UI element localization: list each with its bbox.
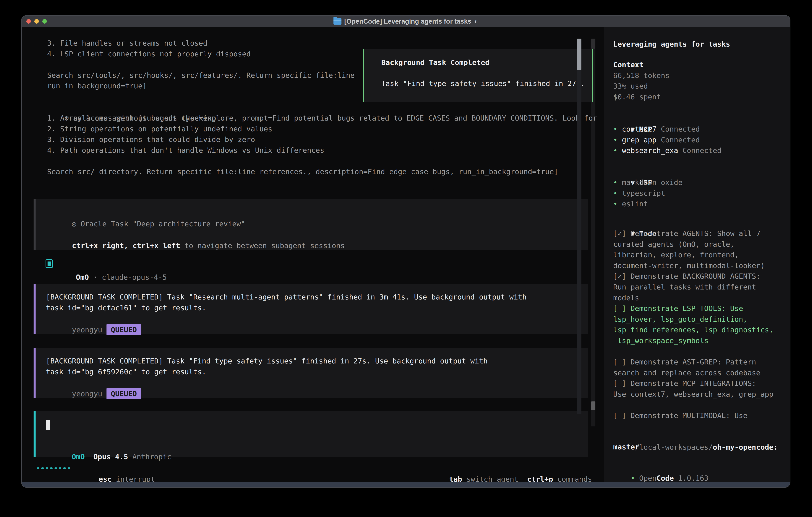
input-model-name: Opus 4.5: [93, 453, 128, 461]
spc: [617, 200, 622, 208]
status-bullet-icon: •: [613, 146, 617, 155]
bg-task-meta: yeongyuQUEUED: [46, 377, 141, 388]
spc: [617, 178, 622, 187]
background-task-block: [BACKGROUND TASK COMPLETED] Task "Find t…: [34, 348, 588, 398]
todo-line: curated agents (OmO, oracle,: [613, 239, 774, 250]
lsp-name: eslint: [622, 200, 648, 208]
hint-text: to navigate between subagent sessions: [180, 242, 345, 250]
close-window-button[interactable]: [26, 19, 31, 24]
status-bullet-icon: •: [613, 136, 617, 144]
toast-title: Background Task Completed: [381, 57, 490, 68]
working-indicator: [37, 463, 70, 474]
text-cursor: [46, 419, 50, 430]
oracle-task-panel: ◎ Oracle Task "Deep architecture review"…: [34, 199, 588, 250]
progress-dot-icon: [63, 467, 66, 469]
todo-section-header[interactable]: ▼ Todo: [613, 218, 657, 228]
terminal-line: Search src/tools/, src/hooks/, src/featu…: [47, 70, 355, 81]
main-scrollbar-thumb[interactable]: [591, 402, 596, 410]
todo-line: [✓] Demonstrate AGENTS: Show all 7: [613, 228, 774, 239]
terminal-line: [47, 156, 558, 166]
traffic-lights: [26, 19, 47, 24]
terminal-line: 3. File handles or streams not closed: [47, 38, 355, 49]
sidebar-scrollbar-thumb[interactable]: [577, 38, 581, 70]
main-scrollbar-top-block[interactable]: [591, 38, 596, 49]
progress-dot-icon: [55, 467, 57, 469]
window-bottom-edge: [22, 482, 790, 487]
terminal-line: 2. String operations on potentially unde…: [47, 124, 558, 134]
todo-line: Use context7, websearch_exa, grep_app: [613, 389, 774, 400]
todo-line: [ ] Demonstrate AST-GREP: Pattern: [613, 357, 774, 368]
lsp-section-header[interactable]: ▼ LSP: [613, 166, 652, 177]
input-model-line[interactable]: OmO Opus 4.5 Anthropic: [46, 441, 171, 452]
todo-text: search and replace across codebase: [613, 369, 760, 377]
separator-dot: ·: [89, 273, 102, 281]
background-task-block: [BACKGROUND TASK COMPLETED] Task "Resear…: [34, 284, 588, 334]
todo-line: lsp_find_references, lsp_diagnostics,: [613, 324, 774, 335]
session-title: Leveraging agents for tasks: [613, 39, 730, 50]
lsp-name: typescript: [622, 189, 665, 197]
opencode-terminal-window: [OpenCode] Leveraging agents for tasks ◐…: [21, 15, 790, 488]
sidebar-scrollbar-track[interactable]: [577, 38, 581, 414]
todo-line: Run parallel tasks with different: [613, 282, 774, 293]
oracle-title-text: Oracle Task "Deep architecture review": [76, 220, 245, 228]
mcp-item: • context7 Connected: [613, 124, 722, 135]
mcp-section-header[interactable]: ▼ MCP: [613, 113, 652, 124]
lsp-item: • markdown-oxide: [613, 177, 683, 188]
git-branch: master: [613, 442, 639, 453]
prompt-input-panel[interactable]: OmO Opus 4.5 Anthropic: [34, 411, 588, 457]
todo-line: [ ] Demonstrate MCP INTEGRATIONS:: [613, 378, 774, 389]
workspace-dir: ~/local-workspaces/: [631, 443, 713, 451]
zoom-window-button[interactable]: [42, 19, 47, 24]
todo-line: models: [613, 293, 774, 303]
status-bullet-icon: •: [613, 200, 617, 208]
agent-name: OmO: [76, 273, 89, 281]
progress-dot-icon: [46, 467, 48, 469]
progress-dot-icon: [68, 467, 70, 469]
todo-text: curated agents (OmO, oracle,: [613, 240, 734, 248]
status-bullet-icon: •: [613, 178, 617, 187]
todo-text: [ ] Demonstrate AST-GREP: Pattern: [613, 358, 756, 366]
context-heading: Context: [613, 59, 644, 70]
status-bullet-icon: •: [613, 125, 617, 133]
terminal-line: run_in_background=true]: [47, 81, 355, 91]
mcp-name: grep_app: [622, 136, 656, 144]
mcp-status: Connected: [657, 136, 700, 144]
todo-text: [✓] Demonstrate AGENTS: Show all 7: [613, 229, 760, 238]
terminal-line: 1. Array access without bounds checking: [47, 113, 558, 124]
app-version: • OpenCode 1.0.163: [613, 462, 708, 473]
todo-line: [ ] Demonstrate LSP TOOLS: Use: [613, 303, 774, 314]
spc: [635, 474, 639, 482]
app-name-dim: Open: [639, 474, 657, 482]
spc: [617, 136, 622, 144]
lsp-item: • eslint: [613, 198, 683, 209]
agent-model: claude-opus-4-5: [102, 273, 167, 281]
context-tokens: 66,518 tokens: [613, 70, 670, 81]
todo-text: lsp_hover, lsp_goto_definition,: [613, 315, 748, 323]
todo-text: [✓] Demonstrate BACKGROUND AGENTS:: [613, 272, 760, 280]
subagent-nav-hint: ctrl+x right, ctrl+x left to navigate be…: [46, 229, 345, 240]
oracle-task-title: ◎ Oracle Task "Deep architecture review": [46, 208, 245, 219]
progress-dot-icon: [41, 467, 44, 469]
mcp-list: • context7 Connected• grep_app Connected…: [613, 124, 722, 156]
minimize-window-button[interactable]: [34, 19, 39, 24]
bg-task-meta: yeongyuQUEUED: [46, 314, 141, 324]
terminal-line: Search src/ directory. Return specific f…: [47, 166, 558, 177]
agent-avatar-icon: [46, 259, 53, 268]
todo-text: lsp_find_references, lsp_diagnostics,: [613, 326, 774, 334]
spc: [617, 189, 622, 197]
agent-tool-call-line: ⚙ call_omo_agent [subagent_type=explore,…: [47, 102, 597, 113]
task-author: yeongyu: [72, 390, 102, 398]
workspace-repo: oh-my-opencode:: [713, 443, 778, 451]
todo-line: [ ] Demonstrate MULTIMODAL: Use: [613, 410, 774, 421]
context-used: 33% used: [613, 81, 648, 91]
progress-dot-icon: [50, 467, 53, 469]
bg-task-line1: [BACKGROUND TASK COMPLETED] Task "Find t…: [46, 356, 488, 366]
bg-task-line2: task_id="bg_6f59260c" to get results.: [46, 366, 206, 377]
terminal-line: [47, 59, 355, 70]
agent-session-header[interactable]: OmO · claude-opus-4-5: [59, 261, 167, 272]
terminal-scrollback-lower: 1. Array access without bounds checking2…: [47, 113, 558, 177]
terminal-line: 4. Path operations that don't handle Win…: [47, 145, 558, 156]
todo-line: librarian, explore, frontend,: [613, 249, 774, 260]
todo-text: Run parallel tasks with different: [613, 283, 756, 291]
mcp-name: context7: [622, 125, 656, 133]
